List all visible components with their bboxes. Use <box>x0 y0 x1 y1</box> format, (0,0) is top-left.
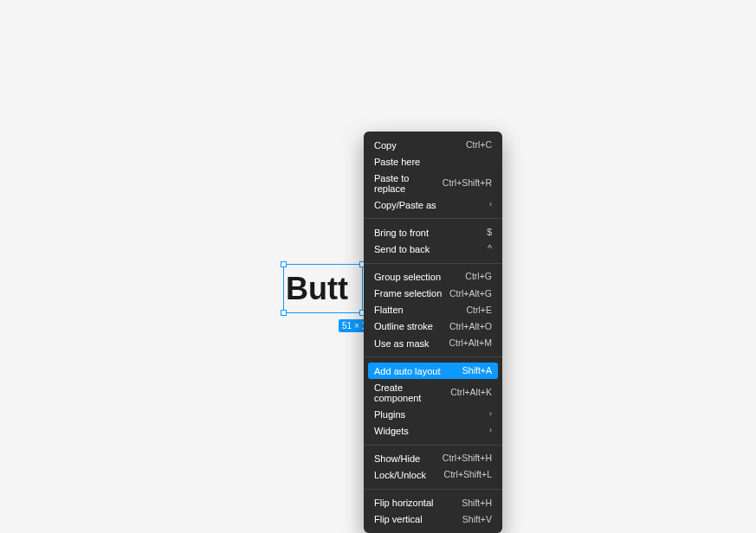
menu-item-label: Flip vertical <box>374 514 423 524</box>
menu-item-label: Widgets <box>374 426 409 436</box>
menu-item-shortcut: Ctrl+Shift+L <box>444 470 492 480</box>
menu-item-label: Bring to front <box>374 228 429 238</box>
menu-item-label: Lock/Unlock <box>374 470 426 480</box>
menu-item-label: Show/Hide <box>374 453 420 464</box>
menu-item-label: Use as mask <box>374 338 430 349</box>
menu-item-add-auto-layout[interactable]: Add auto layoutShift+A <box>368 363 498 379</box>
menu-item-copy[interactable]: CopyCtrl+C <box>364 137 502 153</box>
resize-handle-top-left[interactable] <box>281 261 287 267</box>
menu-item-label: Create component <box>374 382 450 403</box>
menu-separator <box>364 263 502 264</box>
menu-item-shortcut: Ctrl+Shift+H <box>443 453 492 464</box>
menu-item-label: Copy <box>374 140 397 151</box>
menu-item-label: Outline stroke <box>374 321 433 331</box>
menu-item-label: Flip horizontal <box>374 498 433 508</box>
menu-item-flip-horizontal[interactable]: Flip horizontalShift+H <box>364 495 502 511</box>
menu-separator <box>364 489 502 490</box>
menu-item-frame-selection[interactable]: Frame selectionCtrl+Alt+G <box>364 286 502 302</box>
context-menu[interactable]: CopyCtrl+CPaste herePaste to replaceCtrl… <box>364 132 502 533</box>
menu-item-widgets[interactable]: Widgets› <box>364 423 502 440</box>
menu-item-create-component[interactable]: Create componentCtrl+Alt+K <box>364 379 502 406</box>
menu-item-flatten[interactable]: FlattenCtrl+E <box>364 302 502 318</box>
selected-text-layer[interactable]: Butt <box>283 264 363 313</box>
menu-item-shortcut: Shift+V <box>462 515 492 525</box>
menu-item-copy-paste-as[interactable]: Copy/Paste as› <box>364 196 502 213</box>
menu-item-label: Flatten <box>374 305 404 315</box>
menu-item-label: Paste to replace <box>374 173 443 194</box>
menu-item-bring-to-front[interactable]: Bring to front$ <box>364 224 502 241</box>
menu-item-label: Plugins <box>374 409 405 420</box>
menu-item-shortcut: Shift+H <box>462 498 492 509</box>
menu-item-shortcut: Ctrl+G <box>465 272 492 282</box>
menu-item-label: Paste here <box>374 157 420 167</box>
menu-item-shortcut: Ctrl+Alt+O <box>449 322 492 332</box>
chevron-right-icon: › <box>489 427 492 435</box>
menu-item-label: Group selection <box>374 272 441 282</box>
menu-item-shortcut: Ctrl+Alt+M <box>449 338 492 349</box>
menu-item-show-hide[interactable]: Show/HideCtrl+Shift+H <box>364 451 502 467</box>
text-content: Butt <box>286 271 348 307</box>
menu-item-label: Send to back <box>374 244 430 254</box>
menu-item-shortcut: ^ <box>488 244 492 254</box>
chevron-right-icon: › <box>489 410 492 419</box>
resize-handle-bottom-left[interactable] <box>281 310 287 316</box>
menu-item-label: Add auto layout <box>374 366 440 376</box>
menu-item-plugins[interactable]: Plugins› <box>364 406 502 422</box>
menu-separator <box>364 445 502 446</box>
menu-item-shortcut: $ <box>487 228 492 238</box>
menu-item-paste-here[interactable]: Paste here <box>364 153 502 170</box>
menu-item-flip-vertical[interactable]: Flip verticalShift+V <box>364 511 502 528</box>
menu-item-label: Frame selection <box>374 288 442 299</box>
menu-item-use-as-mask[interactable]: Use as maskCtrl+Alt+M <box>364 335 502 351</box>
menu-item-group-selection[interactable]: Group selectionCtrl+G <box>364 269 502 286</box>
menu-separator <box>364 356 502 357</box>
menu-item-shortcut: Ctrl+E <box>467 305 492 316</box>
chevron-right-icon: › <box>489 201 492 209</box>
menu-item-shortcut: Ctrl+C <box>466 140 492 151</box>
menu-item-shortcut: Ctrl+Alt+K <box>450 388 492 398</box>
menu-item-lock-unlock[interactable]: Lock/UnlockCtrl+Shift+L <box>364 467 502 484</box>
menu-item-shortcut: Ctrl+Shift+R <box>443 178 492 189</box>
menu-item-shortcut: Shift+A <box>462 366 492 376</box>
menu-item-paste-to-replace[interactable]: Paste to replaceCtrl+Shift+R <box>364 170 502 196</box>
menu-item-send-to-back[interactable]: Send to back^ <box>364 241 502 258</box>
menu-item-label: Copy/Paste as <box>374 200 436 210</box>
menu-item-shortcut: Ctrl+Alt+G <box>449 289 492 299</box>
menu-item-outline-stroke[interactable]: Outline strokeCtrl+Alt+O <box>364 318 502 335</box>
menu-separator <box>364 218 502 219</box>
